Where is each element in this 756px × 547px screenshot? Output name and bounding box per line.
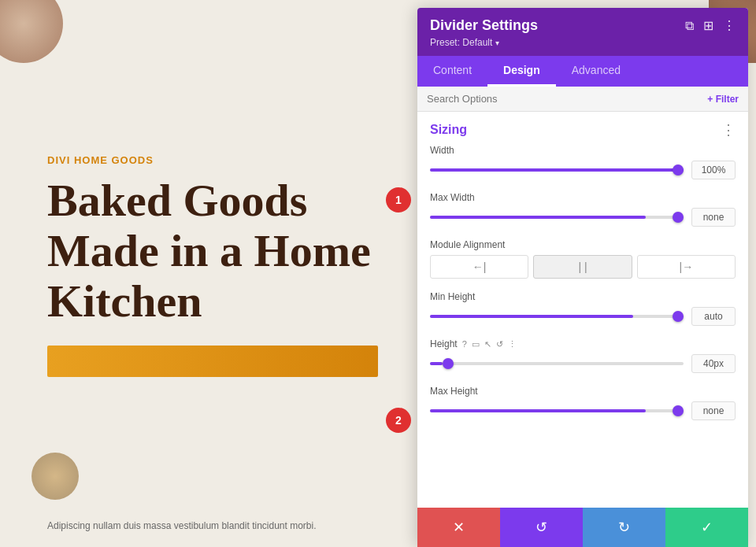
width-value[interactable]: 100% xyxy=(691,161,736,179)
max-height-setting: Max Height none xyxy=(430,386,736,420)
tab-advanced[interactable]: Advanced xyxy=(556,56,636,87)
height-label-text: Height xyxy=(430,338,458,349)
height-slider-thumb[interactable] xyxy=(443,358,454,369)
preset-chevron-icon: ▾ xyxy=(495,39,499,47)
module-alignment-setting: Module Alignment ←| | | |→ xyxy=(430,239,736,279)
height-slider[interactable] xyxy=(430,362,684,365)
corner-decoration-topleft xyxy=(0,0,63,63)
undo-button[interactable]: ↺ xyxy=(500,508,583,547)
max-height-value[interactable]: none xyxy=(691,401,736,420)
max-height-slider[interactable] xyxy=(430,409,684,412)
panel-header-icons: ⧉ ⊞ ⋮ xyxy=(685,18,736,33)
min-height-slider-thumb[interactable] xyxy=(673,311,684,322)
min-height-label: Min Height xyxy=(430,291,736,302)
close-button[interactable]: ✕ xyxy=(417,508,500,547)
min-height-slider-fill xyxy=(430,315,633,318)
copy-icon[interactable]: ⧉ xyxy=(685,19,694,33)
max-height-label-text: Max Height xyxy=(430,386,478,397)
search-input[interactable] xyxy=(427,93,707,105)
align-center-button[interactable]: | | xyxy=(533,255,632,279)
module-alignment-label-text: Module Alignment xyxy=(430,239,505,250)
panel-tabs: Content Design Advanced xyxy=(417,56,748,87)
module-alignment-label: Module Alignment xyxy=(430,239,736,250)
max-height-slider-fill xyxy=(430,409,646,412)
align-right-button[interactable]: |→ xyxy=(637,255,736,279)
min-height-slider-row: auto xyxy=(430,307,736,326)
min-height-slider[interactable] xyxy=(430,315,684,318)
width-setting: Width 100% xyxy=(430,145,736,179)
max-width-slider-row: none xyxy=(430,208,736,227)
alignment-buttons: ←| | | |→ xyxy=(430,255,736,279)
settings-panel: Divider Settings ⧉ ⊞ ⋮ Preset: Default ▾… xyxy=(417,8,748,547)
hero-divider-bar xyxy=(47,346,378,377)
tab-content[interactable]: Content xyxy=(417,56,487,87)
panel-content: Sizing ⋮ Width 100% Max Width xyxy=(417,112,748,508)
max-width-slider-thumb[interactable] xyxy=(673,212,684,223)
max-height-slider-thumb[interactable] xyxy=(673,405,684,416)
min-height-label-text: Min Height xyxy=(430,291,475,302)
height-mobile-icon[interactable]: ▭ xyxy=(472,339,480,349)
step-badge-1: 1 xyxy=(386,187,411,213)
min-height-value[interactable]: auto xyxy=(691,307,736,326)
max-width-setting: Max Width none xyxy=(430,192,736,227)
hero-content: DIVI HOME GOODS Baked Goods Made in a Ho… xyxy=(47,154,410,392)
width-label: Width xyxy=(430,145,736,156)
save-button[interactable]: ✓ xyxy=(665,508,748,547)
width-slider-row: 100% xyxy=(430,161,736,179)
height-slider-fill xyxy=(430,362,443,365)
panel-title: Divider Settings xyxy=(430,17,538,34)
width-slider[interactable] xyxy=(430,168,684,172)
height-slider-row: 40px xyxy=(430,354,736,373)
preset-row[interactable]: Preset: Default ▾ xyxy=(430,37,736,48)
height-cursor-icon[interactable]: ↖ xyxy=(484,339,491,349)
max-width-slider-fill xyxy=(430,216,646,219)
max-height-slider-row: none xyxy=(430,401,736,420)
redo-button[interactable]: ↻ xyxy=(583,508,665,547)
max-width-label: Max Width xyxy=(430,192,736,203)
height-label: Height ? ▭ ↖ ↺ ⋮ xyxy=(430,338,736,349)
width-slider-thumb[interactable] xyxy=(673,164,684,176)
max-width-label-text: Max Width xyxy=(430,192,475,203)
width-slider-fill xyxy=(430,168,684,172)
align-left-button[interactable]: ←| xyxy=(430,255,528,279)
max-width-value[interactable]: none xyxy=(691,208,736,227)
hero-title: Baked Goods Made in a Home Kitchen xyxy=(47,176,410,326)
sizing-section-header: Sizing ⋮ xyxy=(430,112,736,145)
height-value[interactable]: 40px xyxy=(691,354,736,373)
max-width-slider[interactable] xyxy=(430,216,684,219)
step-badge-2: 2 xyxy=(386,408,411,433)
height-help-icon[interactable]: ? xyxy=(462,339,467,349)
grid-icon[interactable]: ⊞ xyxy=(703,18,713,33)
preset-label: Preset: Default xyxy=(430,37,492,48)
width-label-text: Width xyxy=(430,145,454,156)
section-menu-icon[interactable]: ⋮ xyxy=(721,123,736,137)
brand-name: DIVI HOME GOODS xyxy=(47,154,410,166)
more-options-icon[interactable]: ⋮ xyxy=(723,18,736,33)
max-height-label: Max Height xyxy=(430,386,736,397)
sizing-section-title: Sizing xyxy=(430,123,467,137)
corner-decoration-bottomleft xyxy=(32,453,79,500)
tab-design[interactable]: Design xyxy=(487,56,556,87)
panel-title-row: Divider Settings ⧉ ⊞ ⋮ xyxy=(430,17,736,34)
min-height-setting: Min Height auto xyxy=(430,291,736,326)
footer-text: Adipiscing nullam duis massa vestibulum … xyxy=(47,520,317,531)
panel-footer: ✕ ↺ ↻ ✓ xyxy=(417,508,748,547)
search-bar: + Filter xyxy=(417,87,748,112)
panel-header: Divider Settings ⧉ ⊞ ⋮ Preset: Default ▾ xyxy=(417,8,748,56)
height-reset-icon[interactable]: ↺ xyxy=(496,339,503,349)
height-setting: Height ? ▭ ↖ ↺ ⋮ 40px xyxy=(430,338,736,373)
filter-button[interactable]: + Filter xyxy=(707,94,739,105)
height-menu-icon[interactable]: ⋮ xyxy=(508,339,517,349)
